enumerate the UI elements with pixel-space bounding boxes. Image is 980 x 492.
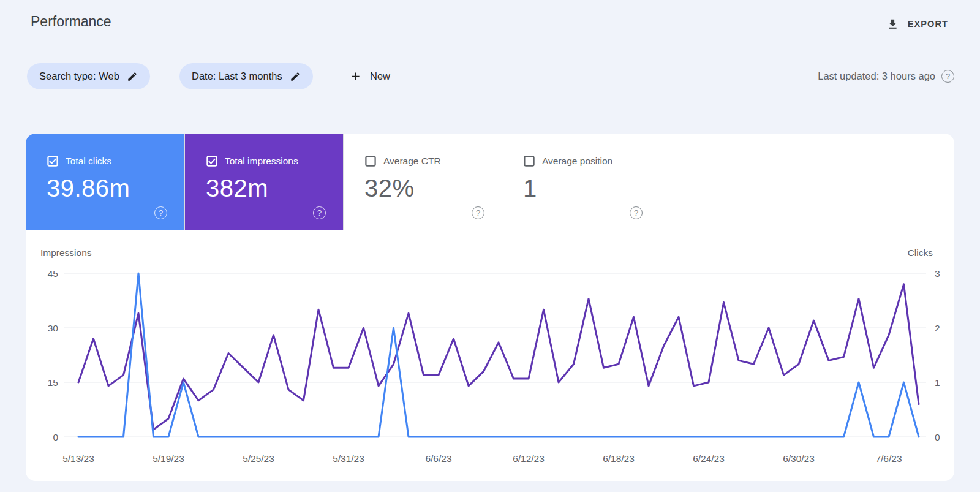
- last-updated: Last updated: 3 hours ago ?: [818, 63, 954, 89]
- metric-value: 382m: [206, 175, 343, 202]
- help-icon[interactable]: ?: [313, 206, 326, 219]
- edit-icon[interactable]: [290, 71, 301, 82]
- metric-label: Total impressions: [225, 156, 298, 167]
- help-icon[interactable]: ?: [941, 70, 954, 83]
- metric-value: 32%: [364, 175, 502, 202]
- help-icon[interactable]: ?: [472, 206, 484, 219]
- filter-chip-date[interactable]: Date: Last 3 months: [179, 63, 313, 89]
- checkbox-checked-icon[interactable]: [206, 156, 217, 167]
- metric-card-total-impressions[interactable]: Total impressions 382m ?: [184, 134, 343, 230]
- filter-chip-search-type[interactable]: Search type: Web: [27, 63, 150, 89]
- metric-card-total-clicks[interactable]: Total clicks 39.86m ?: [26, 134, 184, 230]
- metric-label: Average position: [542, 156, 612, 167]
- performance-page: Performance EXPORT Search type: Web Date…: [0, 0, 980, 492]
- checkbox-unchecked-icon[interactable]: [365, 156, 376, 167]
- metric-value: 1: [523, 175, 660, 202]
- metric-cards-row: Total clicks 39.86m ? Total impressions …: [26, 134, 660, 230]
- help-icon[interactable]: ?: [154, 206, 167, 219]
- new-filter-label: New: [370, 70, 390, 82]
- filter-bar: Search type: Web Date: Last 3 months New…: [0, 48, 980, 91]
- top-bar: Performance EXPORT: [0, 0, 980, 48]
- metric-label: Average CTR: [383, 156, 441, 167]
- help-icon[interactable]: ?: [630, 206, 643, 219]
- filter-chip-date-label: Date: Last 3 months: [192, 70, 282, 82]
- plus-icon: [349, 70, 362, 83]
- last-updated-text: Last updated: 3 hours ago: [818, 70, 935, 82]
- performance-chart[interactable]: [26, 230, 954, 481]
- download-icon: [886, 18, 899, 31]
- export-button[interactable]: EXPORT: [886, 13, 948, 34]
- new-filter-button[interactable]: New: [349, 63, 390, 89]
- performance-panel: Total clicks 39.86m ? Total impressions …: [26, 134, 954, 481]
- metric-label: Total clicks: [66, 156, 111, 167]
- page-title: Performance: [31, 13, 111, 30]
- checkbox-checked-icon[interactable]: [47, 156, 58, 167]
- checkbox-unchecked-icon[interactable]: [524, 156, 535, 167]
- filter-chip-search-type-label: Search type: Web: [39, 70, 119, 82]
- metric-card-average-position[interactable]: Average position 1 ?: [502, 134, 660, 230]
- export-label: EXPORT: [908, 19, 948, 29]
- metric-card-average-ctr[interactable]: Average CTR 32% ?: [343, 134, 502, 230]
- edit-icon[interactable]: [127, 71, 138, 82]
- metric-value: 39.86m: [47, 175, 184, 202]
